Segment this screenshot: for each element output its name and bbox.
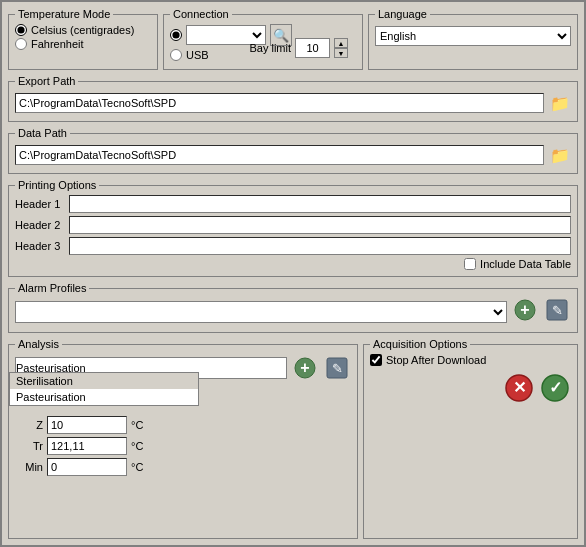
acquisition-options-group: Acquisition Options Stop After Download … [363,338,578,539]
temperature-mode-group: Temperature Mode Celsius (centigrades) F… [8,8,158,70]
language-group: Language English German French Spanish [368,8,578,70]
header1-row: Header 1 [15,195,571,213]
export-path-legend: Export Path [15,75,78,87]
z-input[interactable] [47,416,127,434]
fahrenheit-row: Fahrenheit [15,38,151,50]
svg-text:+: + [300,359,309,376]
svg-text:+: + [521,301,530,318]
z-param-row: Z °C [15,416,351,434]
min-input[interactable] [47,458,127,476]
export-path-input[interactable] [15,93,544,113]
export-path-folder-button[interactable]: 📁 [548,91,571,115]
fahrenheit-label: Fahrenheit [31,38,84,50]
cancel-button[interactable]: ✕ [503,372,535,404]
header1-label: Header 1 [15,198,63,210]
analysis-legend: Analysis [15,338,62,350]
svg-text:✓: ✓ [549,379,562,396]
language-legend: Language [375,8,430,20]
bay-limit-down[interactable]: ▼ [334,48,348,58]
alarm-edit-icon: ✎ [546,299,568,326]
svg-text:✕: ✕ [513,379,526,396]
connection-legend: Connection [170,8,232,20]
bay-limit-up[interactable]: ▲ [334,38,348,48]
svg-text:✎: ✎ [332,361,343,376]
analysis-dropdown-item-sterilisation[interactable]: Sterilisation [10,373,198,389]
include-data-table-row: Include Data Table [15,258,571,270]
alarm-add-button[interactable]: + [511,298,539,326]
header3-input[interactable] [69,237,571,255]
data-path-folder-button[interactable]: 📁 [548,143,571,167]
header2-row: Header 2 [15,216,571,234]
alarm-profiles-group: Alarm Profiles + ✎ [8,282,578,333]
min-param-row: Min °C [15,458,351,476]
confirm-button[interactable]: ✓ [539,372,571,404]
main-window: Temperature Mode Celsius (centigrades) F… [0,0,586,547]
min-label: Min [15,461,43,473]
header1-input[interactable] [69,195,571,213]
temperature-mode-legend: Temperature Mode [15,8,113,20]
conn-radio-1[interactable] [170,29,182,41]
bay-limit-input[interactable] [295,38,330,58]
data-path-input[interactable] [15,145,544,165]
bay-limit-label: Bay limit [249,42,291,54]
header3-row: Header 3 [15,237,571,255]
printing-options-legend: Printing Options [15,179,99,191]
stop-after-download-row: Stop After Download [370,354,571,366]
header2-input[interactable] [69,216,571,234]
analysis-dropdown-item-pasteurisation[interactable]: Pasteurisation [10,389,198,405]
alarm-row: + ✎ [15,298,571,326]
stop-after-download-label: Stop After Download [386,354,486,366]
svg-text:✎: ✎ [552,303,563,318]
celsius-radio[interactable] [15,24,27,36]
alarm-profiles-legend: Alarm Profiles [15,282,89,294]
data-path-legend: Data Path [15,127,70,139]
stop-after-download-checkbox[interactable] [370,354,382,366]
analysis-dropdown-open: Sterilisation Pasteurisation [9,372,199,406]
analysis-group: Analysis Pasteurisation Sterilisation + [8,338,358,539]
include-data-table-checkbox[interactable] [464,258,476,270]
analysis-add-button[interactable]: + [291,354,319,382]
z-label: Z [15,419,43,431]
bay-limit-spinner: ▲ ▼ [334,38,348,58]
connection-group: Connection 🔍 USB Bay limit [163,8,363,70]
tr-input[interactable] [47,437,127,455]
tr-label: Tr [15,440,43,452]
usb-radio[interactable] [170,49,182,61]
alarm-add-icon: + [514,299,536,326]
export-path-group: Export Path 📁 [8,75,578,122]
bottom-actions: ✕ ✓ [370,372,571,404]
folder-icon-data: 📁 [550,146,570,165]
celsius-label: Celsius (centigrades) [31,24,134,36]
data-path-group: Data Path 📁 [8,127,578,174]
analysis-edit-button[interactable]: ✎ [323,354,351,382]
data-path-row: 📁 [15,143,571,167]
alarm-profiles-select[interactable] [15,301,507,323]
header2-label: Header 2 [15,219,63,231]
tr-param-row: Tr °C [15,437,351,455]
header3-label: Header 3 [15,240,63,252]
tr-unit: °C [131,440,143,452]
folder-icon-export: 📁 [550,94,570,113]
fahrenheit-radio[interactable] [15,38,27,50]
alarm-edit-button[interactable]: ✎ [543,298,571,326]
min-unit: °C [131,461,143,473]
include-data-table-label: Include Data Table [480,258,571,270]
export-path-row: 📁 [15,91,571,115]
celsius-row: Celsius (centigrades) [15,24,151,36]
top-row: Temperature Mode Celsius (centigrades) F… [8,8,578,70]
z-unit: °C [131,419,143,431]
connection-inner: 🔍 USB Bay limit ▲ ▼ [170,24,356,61]
bottom-row: Analysis Pasteurisation Sterilisation + [8,338,578,539]
printing-options-group: Printing Options Header 1 Header 2 Heade… [8,179,578,277]
bay-limit-row: Bay limit ▲ ▼ [249,38,348,58]
language-select[interactable]: English German French Spanish [375,26,571,46]
acquisition-options-legend: Acquisition Options [370,338,470,350]
usb-label: USB [186,49,209,61]
